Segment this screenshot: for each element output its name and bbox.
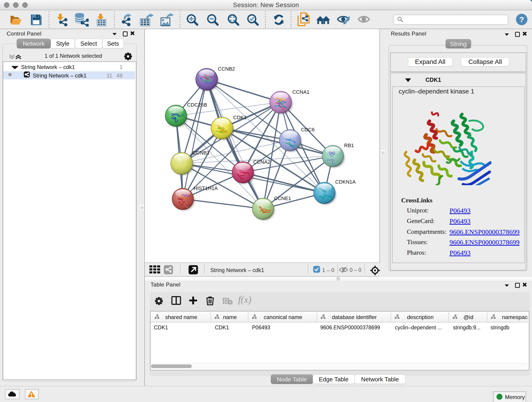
svg-text:CCNA1: CCNA1 bbox=[292, 89, 310, 95]
svg-text:CCNA2: CCNA2 bbox=[253, 159, 270, 165]
svg-text:CCNE1: CCNE1 bbox=[274, 196, 291, 201]
svg-text:CDC6: CDC6 bbox=[301, 127, 315, 133]
svg-text:CDKN1A: CDKN1A bbox=[335, 179, 356, 185]
svg-text:CCNB2: CCNB2 bbox=[218, 66, 235, 72]
svg-text:CDC25B: CDC25B bbox=[187, 102, 207, 108]
svg-text:HIST1H1A: HIST1H1A bbox=[194, 185, 218, 191]
svg-text:RB1: RB1 bbox=[344, 143, 354, 148]
svg-text:CDK1: CDK1 bbox=[233, 115, 247, 120]
svg-text:CCNB1: CCNB1 bbox=[192, 150, 210, 156]
